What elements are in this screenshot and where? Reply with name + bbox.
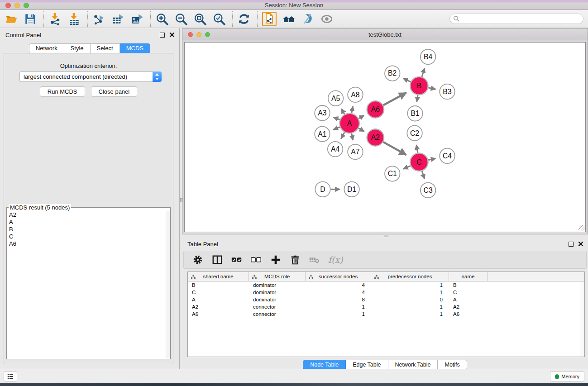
column-header-successor-nodes[interactable]: successor nodes [306, 272, 371, 281]
cell-shared-name: A2 [188, 303, 249, 310]
column-header-shared-name[interactable]: shared name [188, 272, 249, 281]
control-panel: Control Panel NetworkStyleSelectMCDS Opt… [0, 28, 180, 369]
table-panel-title: Table Panel [187, 241, 218, 248]
table-row[interactable]: A6connector11A6 [188, 310, 584, 318]
apply-layout-icon[interactable] [237, 12, 251, 26]
toolbar-separator [257, 11, 258, 27]
edge-A-A8[interactable] [352, 106, 353, 113]
column-header-predecessor-nodes[interactable]: predecessor nodes [371, 272, 449, 281]
edge-A-A2[interactable] [359, 128, 364, 131]
float-panel-icon[interactable] [160, 33, 165, 38]
edge-C-C2[interactable] [416, 145, 418, 153]
zoom-selected-icon[interactable] [212, 12, 226, 26]
close-table-panel-icon[interactable] [578, 241, 583, 247]
deselect-all-icon[interactable] [250, 254, 262, 266]
tab-select[interactable]: Select [91, 43, 120, 53]
edge-C-C4[interactable] [428, 158, 435, 160]
tab-network-table[interactable]: Network Table [388, 360, 438, 370]
tab-style[interactable]: Style [64, 43, 91, 53]
settings-gear-icon[interactable] [192, 254, 204, 266]
cell-MCDS-role: connector [249, 303, 306, 310]
edge-A-A1[interactable] [333, 127, 340, 130]
table-row[interactable]: Adominator80A [188, 296, 584, 303]
mcds-result-item[interactable]: A6 [8, 240, 165, 248]
table-row[interactable]: Cdominator41C [188, 289, 584, 296]
edge-A6-B[interactable] [383, 93, 406, 105]
mcds-result-scrollbar[interactable] [166, 211, 170, 358]
split-view-icon[interactable] [211, 254, 223, 266]
delete-icon[interactable] [289, 254, 301, 266]
tab-node-table[interactable]: Node Table [303, 360, 346, 370]
edge-A-A5[interactable] [341, 109, 344, 114]
network-canvas[interactable]: ABCA6A2A5A8A3A1A4A7B2B4B3B1C2C4C1C3DD1 [184, 42, 586, 232]
edge-B-B4[interactable] [422, 68, 425, 77]
close-panel-icon[interactable] [169, 32, 175, 38]
column-header-MCDS-role[interactable]: MCDS role [249, 272, 306, 281]
function-builder-icon[interactable]: f(x) [328, 255, 343, 265]
network-window-titlebar[interactable]: testGlobe.txt [182, 29, 588, 40]
close-panel-button[interactable]: Close panel [91, 86, 138, 97]
node-label-A1: A1 [318, 130, 326, 138]
mcds-result-item[interactable]: A [8, 219, 165, 226]
edge-A-A3[interactable] [334, 117, 340, 119]
save-session-icon[interactable] [24, 12, 37, 26]
table-row[interactable]: Bdominator41B [188, 281, 584, 289]
search-input[interactable] [460, 16, 583, 22]
tab-network[interactable]: Network [29, 43, 64, 53]
node-label-A4: A4 [331, 145, 340, 153]
column-header-name[interactable]: name [449, 272, 488, 281]
tab-mcds[interactable]: MCDS [120, 43, 150, 53]
network-file-icon[interactable] [262, 12, 277, 26]
cell-successor-nodes: 8 [306, 296, 371, 303]
search-field[interactable] [449, 14, 583, 24]
node-label-A7: A7 [351, 148, 359, 156]
node-label-B4: B4 [424, 53, 433, 61]
memory-button[interactable]: Memory [550, 372, 584, 381]
tab-edge-table[interactable]: Edge Table [346, 360, 388, 370]
cell-successor-nodes: 1 [306, 310, 371, 318]
hide-graphics-icon[interactable] [301, 12, 315, 26]
table-scrollbar[interactable] [580, 281, 584, 357]
search-icon [453, 15, 460, 22]
zoom-fit-icon[interactable] [193, 12, 207, 26]
main-toolbar [0, 10, 588, 28]
mcds-result-item[interactable]: C [8, 233, 165, 240]
node-table[interactable]: shared nameMCDS rolesuccessor nodesprede… [187, 272, 585, 357]
edge-A-A4[interactable] [341, 132, 344, 138]
delete-table-icon[interactable] [309, 254, 320, 266]
node-label-A3: A3 [318, 109, 327, 117]
edge-C-C1[interactable] [403, 166, 411, 169]
select-all-icon[interactable] [231, 254, 243, 266]
edge-C-C3[interactable] [422, 171, 425, 179]
float-table-panel-icon[interactable] [569, 242, 574, 247]
zoom-out-icon[interactable] [174, 12, 188, 26]
table-row[interactable]: A2connector11A2 [188, 303, 584, 310]
export-table-icon[interactable] [111, 12, 125, 26]
zoom-in-icon[interactable] [155, 12, 169, 26]
cell-name: B [449, 281, 488, 289]
tab-motifs[interactable]: Motifs [438, 360, 467, 370]
add-column-icon[interactable] [270, 254, 282, 266]
mcds-result-item[interactable]: B [8, 226, 165, 233]
node-label-D: D [320, 186, 325, 193]
open-file-icon[interactable] [5, 12, 18, 26]
vertical-splitter-handle[interactable] [180, 198, 183, 202]
edge-A-A7[interactable] [352, 133, 353, 140]
show-graphics-icon[interactable] [320, 12, 334, 26]
edge-A-A6[interactable] [359, 115, 364, 119]
edge-B-B2[interactable] [403, 78, 411, 82]
run-mcds-button[interactable]: Run MCDS [40, 86, 85, 97]
export-image-icon[interactable] [130, 12, 144, 26]
task-history-button[interactable] [4, 372, 17, 381]
import-network-icon[interactable] [48, 12, 62, 26]
mcds-result-item[interactable]: A2 [8, 211, 165, 219]
edge-A2-C[interactable] [383, 142, 406, 155]
resize-grip-icon[interactable] [578, 225, 585, 231]
export-network-icon[interactable] [92, 12, 106, 26]
edge-B-B1[interactable] [417, 95, 418, 102]
node-label-D1: D1 [347, 186, 356, 193]
import-table-icon[interactable] [67, 12, 81, 26]
criterion-dropdown[interactable]: largest connected component (directed) [19, 71, 162, 82]
first-neighbors-icon[interactable] [282, 12, 296, 26]
edge-B-B3[interactable] [428, 88, 435, 89]
